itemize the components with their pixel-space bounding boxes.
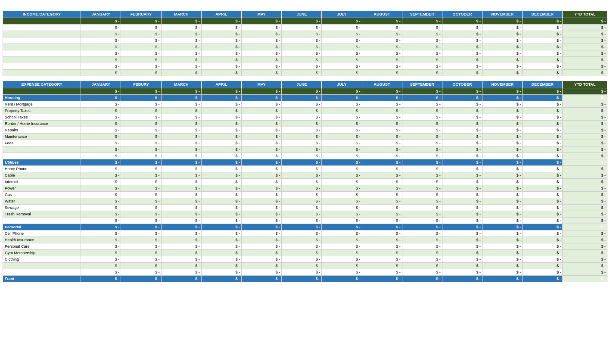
month-cell[interactable]: $ -: [241, 198, 281, 205]
month-cell[interactable]: $ -: [81, 121, 121, 127]
month-cell[interactable]: $ -: [81, 230, 121, 237]
month-cell[interactable]: $ -: [282, 25, 322, 31]
ytd-cell[interactable]: $ -: [563, 18, 607, 25]
month-cell[interactable]: $ -: [121, 230, 161, 237]
month-cell[interactable]: $ -: [442, 108, 482, 114]
ytd-cell[interactable]: $ -: [563, 172, 607, 179]
month-cell[interactable]: $ -: [121, 159, 161, 166]
month-cell[interactable]: $ -: [442, 146, 482, 153]
month-cell[interactable]: $ -: [402, 276, 442, 282]
month-cell[interactable]: $ -: [322, 57, 362, 63]
month-cell[interactable]: $ -: [282, 230, 322, 237]
month-cell[interactable]: $ -: [402, 185, 442, 192]
month-cell[interactable]: $ -: [201, 95, 241, 101]
month-cell[interactable]: $ -: [402, 31, 442, 37]
month-cell[interactable]: $ -: [442, 25, 482, 31]
month-cell[interactable]: $ -: [322, 230, 362, 237]
month-cell[interactable]: $ -: [442, 101, 482, 108]
month-cell[interactable]: $ -: [282, 205, 322, 211]
month-cell[interactable]: $ -: [402, 57, 442, 63]
month-cell[interactable]: $ -: [241, 50, 281, 57]
month-cell[interactable]: $ -: [523, 230, 563, 237]
month-cell[interactable]: $ -: [161, 224, 201, 230]
month-cell[interactable]: $ -: [201, 218, 241, 224]
month-cell[interactable]: $ -: [241, 179, 281, 185]
month-cell[interactable]: $ -: [241, 159, 281, 166]
month-cell[interactable]: $ -: [201, 44, 241, 50]
month-cell[interactable]: $ -: [322, 185, 362, 192]
month-cell[interactable]: $ -: [523, 146, 563, 153]
month-cell[interactable]: $ -: [201, 263, 241, 269]
month-cell[interactable]: $ -: [523, 108, 563, 114]
month-cell[interactable]: $ -: [241, 44, 281, 50]
month-cell[interactable]: $ -: [161, 269, 201, 276]
month-cell[interactable]: $ -: [282, 146, 322, 153]
ytd-cell[interactable]: $ -: [563, 159, 607, 166]
month-cell[interactable]: $ -: [201, 121, 241, 127]
month-cell[interactable]: $ -: [201, 185, 241, 192]
month-cell[interactable]: $ -: [322, 211, 362, 218]
month-cell[interactable]: $ -: [322, 218, 362, 224]
month-cell[interactable]: $ -: [282, 198, 322, 205]
month-cell[interactable]: $ -: [201, 243, 241, 250]
month-cell[interactable]: $ -: [121, 101, 161, 108]
month-cell[interactable]: $ -: [523, 166, 563, 172]
month-cell[interactable]: $ -: [282, 114, 322, 121]
month-cell[interactable]: $ -: [241, 57, 281, 63]
month-cell[interactable]: $ -: [442, 198, 482, 205]
month-cell[interactable]: $ -: [523, 263, 563, 269]
month-cell[interactable]: $ -: [121, 218, 161, 224]
month-cell[interactable]: $ -: [161, 166, 201, 172]
ytd-cell[interactable]: $ -: [563, 44, 607, 50]
month-cell[interactable]: $ -: [81, 37, 121, 44]
month-cell[interactable]: $ -: [121, 185, 161, 192]
month-cell[interactable]: $ -: [161, 230, 201, 237]
month-cell[interactable]: $ -: [81, 192, 121, 198]
month-cell[interactable]: $ -: [121, 44, 161, 50]
month-cell[interactable]: $ -: [282, 276, 322, 282]
month-cell[interactable]: $ -: [402, 108, 442, 114]
month-cell[interactable]: $ -: [201, 276, 241, 282]
month-cell[interactable]: $ -: [241, 269, 281, 276]
month-cell[interactable]: $ -: [161, 57, 201, 63]
month-cell[interactable]: $ -: [402, 198, 442, 205]
month-cell[interactable]: $ -: [322, 205, 362, 211]
month-cell[interactable]: $ -: [523, 224, 563, 230]
month-cell[interactable]: $ -: [362, 256, 402, 263]
month-cell[interactable]: $ -: [482, 37, 523, 44]
month-cell[interactable]: $ -: [161, 250, 201, 256]
month-cell[interactable]: $ -: [161, 218, 201, 224]
ytd-cell[interactable]: $ -: [563, 37, 607, 44]
month-cell[interactable]: $ -: [482, 18, 523, 25]
month-cell[interactable]: $ -: [402, 18, 442, 25]
month-cell[interactable]: $ -: [201, 159, 241, 166]
month-cell[interactable]: $ -: [282, 140, 322, 146]
month-cell[interactable]: $ -: [482, 269, 523, 276]
month-cell[interactable]: $ -: [81, 134, 121, 140]
month-cell[interactable]: $ -: [282, 101, 322, 108]
month-cell[interactable]: $ -: [241, 121, 281, 127]
month-cell[interactable]: $ -: [81, 179, 121, 185]
month-cell[interactable]: $ -: [523, 172, 563, 179]
month-cell[interactable]: $ -: [201, 230, 241, 237]
month-cell[interactable]: $ -: [241, 108, 281, 114]
month-cell[interactable]: $ -: [161, 37, 201, 44]
ytd-cell[interactable]: $ -: [563, 121, 607, 127]
month-cell[interactable]: $ -: [282, 192, 322, 198]
month-cell[interactable]: $ -: [161, 25, 201, 31]
ytd-cell[interactable]: $ -: [563, 205, 607, 211]
month-cell[interactable]: $ -: [241, 224, 281, 230]
month-cell[interactable]: $ -: [201, 88, 241, 95]
month-cell[interactable]: $ -: [322, 172, 362, 179]
month-cell[interactable]: $ -: [121, 256, 161, 263]
month-cell[interactable]: $ -: [362, 230, 402, 237]
month-cell[interactable]: $ -: [402, 37, 442, 44]
month-cell[interactable]: $ -: [322, 263, 362, 269]
month-cell[interactable]: $ -: [442, 205, 482, 211]
month-cell[interactable]: $ -: [523, 153, 563, 159]
ytd-cell[interactable]: $ -: [563, 108, 607, 114]
month-cell[interactable]: $ -: [282, 153, 322, 159]
month-cell[interactable]: $ -: [81, 172, 121, 179]
month-cell[interactable]: $ -: [322, 250, 362, 256]
month-cell[interactable]: $ -: [482, 218, 523, 224]
